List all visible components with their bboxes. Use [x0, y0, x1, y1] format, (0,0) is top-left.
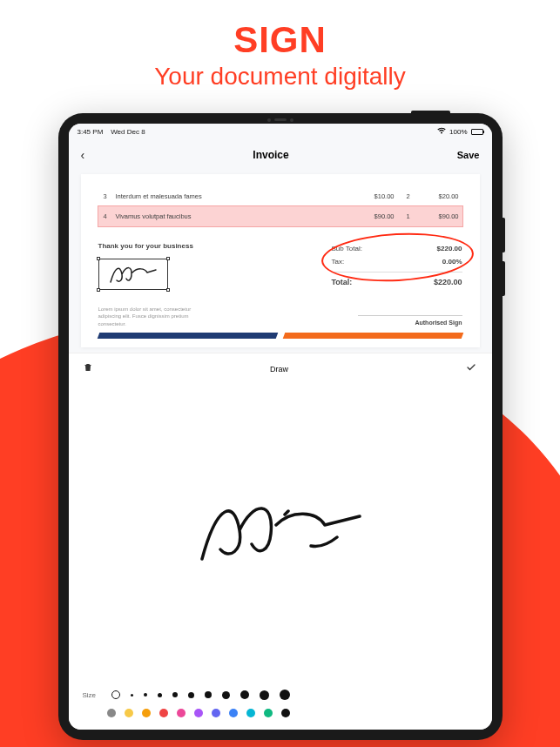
- color-swatch[interactable]: [142, 709, 151, 717]
- wifi-icon: [437, 127, 446, 136]
- size-option[interactable]: [280, 690, 290, 700]
- invoice-note: Lorem ipsum dolor sit amet, consectetur …: [98, 306, 203, 327]
- signature-drawing-icon: [189, 494, 372, 572]
- back-button[interactable]: ‹: [81, 148, 85, 162]
- size-option[interactable]: [205, 691, 212, 698]
- totals-box: Sub Total:$220.00 Tax:0.00% Total:$220.0…: [332, 242, 462, 327]
- color-swatch[interactable]: [194, 709, 203, 717]
- size-label: Size: [83, 691, 97, 699]
- tablet-frame: 3:45 PM Wed Dec 8 100% ‹ Invoice Save 3: [58, 113, 503, 740]
- signature-draw-panel: Draw Size: [69, 353, 492, 730]
- nav-bar: ‹ Invoice Save: [69, 139, 492, 171]
- signature-canvas[interactable]: [69, 384, 492, 681]
- size-option[interactable]: [158, 693, 162, 697]
- size-option[interactable]: [240, 690, 249, 699]
- headline-title: SIGN: [0, 19, 560, 61]
- color-row: [83, 709, 478, 717]
- authorised-sign-label: Authorised Sign: [358, 315, 462, 326]
- status-time: 3:45 PM: [78, 128, 104, 136]
- battery-pct: 100%: [449, 128, 467, 136]
- size-option[interactable]: [188, 692, 194, 698]
- size-option[interactable]: [111, 690, 120, 699]
- size-option[interactable]: [222, 691, 230, 699]
- invoice-document[interactable]: 3 Interdum et malesuada fames $10.00 2 $…: [81, 174, 480, 347]
- brush-size-row: Size: [83, 690, 478, 700]
- color-swatch[interactable]: [281, 709, 290, 717]
- size-option[interactable]: [144, 693, 147, 697]
- color-swatch[interactable]: [212, 709, 220, 717]
- battery-icon: [471, 129, 483, 135]
- size-option[interactable]: [131, 694, 133, 697]
- color-swatch[interactable]: [125, 709, 133, 717]
- footer-stripes: [98, 333, 462, 339]
- size-option[interactable]: [260, 690, 269, 700]
- thankyou-text: Thank you for your business: [98, 242, 321, 250]
- status-bar: 3:45 PM Wed Dec 8 100%: [69, 124, 492, 139]
- signature-small-icon: [107, 263, 159, 286]
- draw-mode-label: Draw: [270, 365, 288, 374]
- table-row: 3 Interdum et malesuada fames $10.00 2 $…: [98, 186, 462, 206]
- headline-subtitle: Your document digitally: [0, 63, 560, 91]
- color-swatch[interactable]: [246, 709, 255, 717]
- color-swatch[interactable]: [229, 709, 238, 717]
- color-swatch[interactable]: [159, 709, 168, 717]
- delete-signature-button[interactable]: [83, 362, 93, 375]
- color-swatch[interactable]: [177, 709, 186, 717]
- color-swatch[interactable]: [107, 709, 116, 717]
- confirm-signature-button[interactable]: [465, 362, 477, 375]
- size-option[interactable]: [172, 692, 178, 697]
- table-row-highlighted: 4 Vivamus volutpat faucibus $90.00 1 $90…: [98, 206, 462, 226]
- signature-placed[interactable]: [98, 259, 168, 290]
- color-swatch[interactable]: [264, 709, 273, 717]
- page-title: Invoice: [253, 149, 288, 161]
- save-button[interactable]: Save: [457, 150, 480, 160]
- status-date: Wed Dec 8: [111, 128, 145, 136]
- invoice-table: 3 Interdum et malesuada fames $10.00 2 $…: [98, 186, 462, 226]
